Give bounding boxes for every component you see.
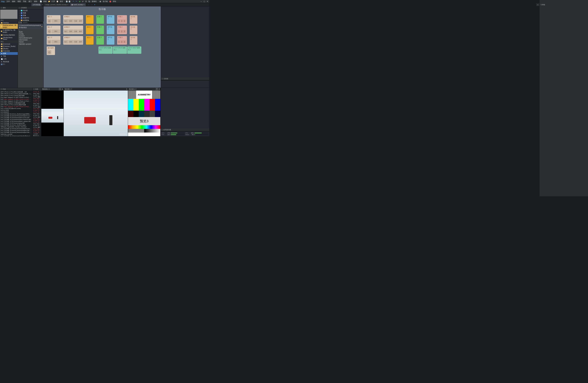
- preview-1-menu-icon[interactable]: ▾: [62, 88, 63, 90]
- maximize-icon[interactable]: ▢: [203, 0, 206, 3]
- doc-type-item[interactable]: ☐视频: [18, 12, 43, 14]
- menu-file[interactable]: 文件: [5, 0, 11, 3]
- node-button[interactable]: 测试: [52, 19, 60, 23]
- node-pink[interactable]: 可视 1123: [117, 15, 127, 24]
- node-button[interactable]: 最终: [78, 19, 83, 23]
- node-green[interactable]: 影像 2: [96, 25, 104, 34]
- nav-up-icon[interactable]: ↑: [18, 21, 19, 24]
- location-item[interactable]: 📄文档: [0, 58, 18, 60]
- menu-window[interactable]: 窗口: [28, 0, 33, 3]
- recent-item[interactable]: Desktop:: [0, 22, 18, 24]
- file-item[interactable]: Content: [18, 35, 43, 37]
- star-icon[interactable]: ★: [41, 26, 42, 27]
- node-button[interactable]: 色键: [73, 29, 78, 33]
- node-remote[interactable]: 显示远程⏻: [47, 46, 55, 55]
- nav-fwd-icon[interactable]: →: [90, 3, 93, 6]
- node-button[interactable]: 输入: [63, 29, 68, 33]
- num-button[interactable]: 1: [118, 40, 120, 43]
- node-blue[interactable]: 调节器 2: [107, 25, 114, 34]
- project-item[interactable]: [Common]: [0, 43, 18, 45]
- nav-list-icon[interactable]: ▾: [94, 3, 96, 6]
- node-button[interactable]: 最终: [78, 29, 83, 33]
- open-button[interactable]: 打开: [51, 0, 56, 3]
- preview-3-menu-icon[interactable]: ▾: [158, 88, 160, 90]
- nav-back-icon[interactable]: ←: [87, 3, 90, 6]
- file-item[interactable]: 我的项目.uproject: [18, 43, 43, 45]
- preview-2-menu-icon[interactable]: ▾: [126, 88, 128, 90]
- node-green[interactable]: 影像 1: [96, 15, 104, 24]
- stream-button[interactable]: 流: [84, 0, 88, 3]
- node-button[interactable]: 输入: [63, 19, 68, 23]
- recent-item[interactable]: Desktop:petwal...\我的项目: [0, 24, 18, 29]
- project-item[interactable]: [Studio]: [0, 47, 18, 50]
- node-button[interactable]: 输入: [63, 40, 68, 44]
- node-button[interactable]: 裁剪: [68, 40, 73, 44]
- num-button[interactable]: 2: [121, 40, 123, 43]
- save-all-icon[interactable]: 💾: [68, 0, 71, 3]
- project-item[interactable]: [Common_Studio]: [0, 45, 18, 47]
- num-button[interactable]: 1: [118, 30, 120, 33]
- record-icon[interactable]: ⬤: [109, 0, 111, 3]
- board-button[interactable]: 告示板: [102, 0, 109, 3]
- node-yellow[interactable]: 裁剪 2: [86, 25, 94, 34]
- node-lightwrap[interactable]: LIGHT WRAP 摄像机 3: [127, 46, 141, 54]
- canvas[interactable]: 告示板 输入 1⏻测试监视器 1输入裁剪色键最终裁剪 1影像 1调节器 1可视 …: [44, 6, 161, 88]
- node-lightwrap[interactable]: LIGHT WRAP 摄像机-1: [99, 46, 113, 54]
- project-item[interactable]: [Tutorials]: [0, 50, 18, 52]
- path-bar[interactable]: C:\Users\vhd\Desktop\petwale绿幕\我的项目★: [18, 24, 43, 29]
- node-yellow[interactable]: 裁剪 1: [86, 15, 94, 24]
- node-green[interactable]: 影像 3: [96, 36, 104, 45]
- recent-item[interactable]: [Studio]:News Room: [0, 36, 18, 41]
- num-button[interactable]: 3: [123, 40, 126, 43]
- node-input[interactable]: 输入 2⏻测试: [47, 25, 61, 34]
- menu-nav[interactable]: 导航: [22, 0, 27, 3]
- tab-close-icon[interactable]: ×: [67, 4, 68, 5]
- node-blue[interactable]: 调节器 3: [107, 36, 114, 45]
- num-button[interactable]: 3: [123, 30, 126, 33]
- node-pink[interactable]: 可视 3123: [117, 36, 127, 45]
- power-icon[interactable]: ⏻: [47, 19, 51, 23]
- node-input[interactable]: 输入 1⏻测试: [47, 15, 61, 24]
- file-browser-tab[interactable]: 文件浏览器: [31, 3, 42, 6]
- num-button[interactable]: 2: [121, 30, 123, 33]
- stream-icon[interactable]: ⇄: [82, 0, 84, 3]
- recent-button[interactable]: 最近: [59, 0, 64, 3]
- node-tan[interactable]: 告示板 2: [130, 25, 137, 34]
- node-button[interactable]: 色键: [73, 19, 78, 23]
- undo-icon[interactable]: ↶: [72, 0, 75, 3]
- node-button[interactable]: 裁剪: [68, 19, 73, 23]
- preview-3-num[interactable]: 3: [155, 88, 158, 90]
- board-icon[interactable]: ▦: [99, 0, 102, 3]
- recent-item[interactable]: D:\虚拟制片\a...\我的项目: [0, 29, 18, 34]
- node-monitor[interactable]: 监视器 1输入裁剪色键最终: [63, 15, 83, 24]
- doc-type-item[interactable]: ☐混合器: [18, 9, 43, 12]
- node-button[interactable]: 最终: [78, 40, 83, 44]
- node-monitor[interactable]: 监视器 3输入裁剪色键最终: [63, 36, 83, 45]
- doc-type-item[interactable]: ☐图像序列: [18, 17, 43, 19]
- power-icon[interactable]: ⏻: [47, 40, 51, 44]
- open-folder-icon[interactable]: 📁: [48, 0, 50, 3]
- doc-tab[interactable]: Large_screen_Studio.xcomp×: [44, 3, 70, 6]
- location-item[interactable]: 🖥桌面: [0, 52, 18, 55]
- node-tan[interactable]: 告示板 1: [130, 15, 137, 24]
- doc-type-item[interactable]: ☐图像: [18, 14, 43, 17]
- file-item[interactable]: Build: [18, 31, 43, 33]
- node-monitor[interactable]: 监视器 2输入裁剪色键最终: [63, 25, 83, 34]
- num-button[interactable]: 3: [123, 20, 126, 23]
- recent-icon[interactable]: 📋: [56, 0, 59, 3]
- num-button[interactable]: 2: [121, 20, 123, 23]
- file-item[interactable]: Saved: [18, 41, 43, 43]
- node-input[interactable]: 输入 3⏻测试: [47, 36, 61, 45]
- new-file-icon[interactable]: 📄: [40, 0, 42, 3]
- node-lightwrap[interactable]: LIGHT WRAP 摄像机-2: [113, 46, 127, 54]
- preview-2-content[interactable]: Aximmetry: [64, 90, 128, 136]
- node-button[interactable]: 裁剪: [68, 29, 73, 33]
- save-icon[interactable]: 💾: [65, 0, 68, 3]
- camera-button[interactable]: 摄像机: [91, 0, 98, 3]
- drive-item[interactable]: C:\: [0, 63, 18, 66]
- play-icon[interactable]: ▶: [79, 0, 81, 3]
- power-icon[interactable]: ⏻: [47, 29, 51, 33]
- menu-help[interactable]: 辅助: [33, 0, 38, 3]
- preview-1-content[interactable]: [41, 90, 63, 136]
- recent-item[interactable]: Desktop:我的项目: [0, 34, 18, 36]
